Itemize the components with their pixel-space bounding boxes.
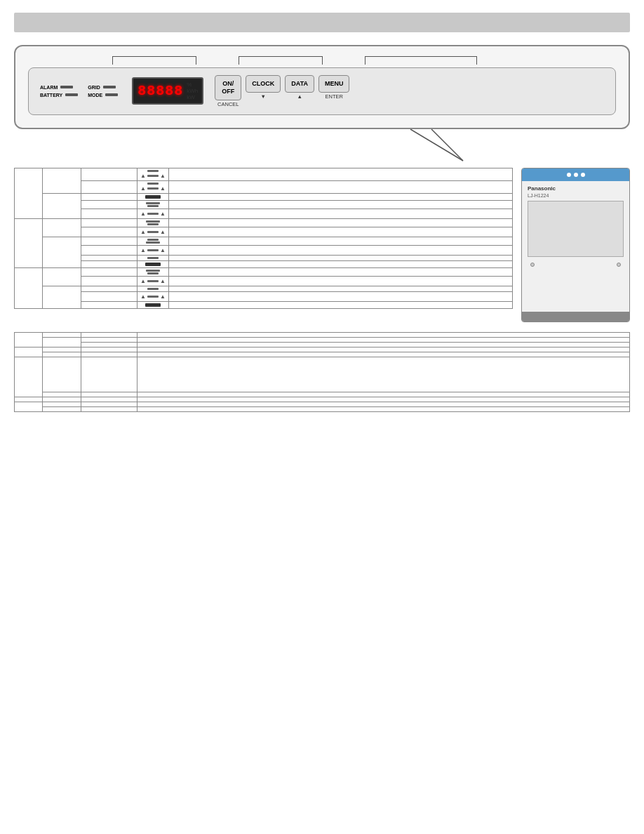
table-row [15, 255, 513, 260]
bottom-desc-8 [137, 397, 630, 402]
item-cell-16 [81, 301, 137, 308]
bottom-sub-7 [43, 397, 81, 402]
desc-cell-13 [168, 276, 512, 286]
bottom-desc-6 [137, 357, 630, 392]
alarm-label: ALARM [40, 85, 58, 90]
icon-cell-14 [137, 286, 169, 291]
desc-cell-9 [168, 245, 512, 255]
mode-led [105, 93, 118, 96]
cat-cell-1 [15, 168, 43, 218]
bottom-item-10 [81, 406, 137, 411]
sub-cell-1 [43, 168, 81, 193]
bottom-row-4 [15, 347, 630, 352]
device-spacer [522, 270, 629, 286]
icon-cell-2: ▲▲ [137, 180, 169, 193]
table-row: ▲▲ [15, 180, 513, 193]
bottom-row-1 [15, 332, 630, 337]
item-cell-6 [81, 218, 137, 227]
display-units: % kWh kW [187, 81, 198, 100]
desc-cell-12 [168, 267, 512, 276]
bottom-desc-3 [137, 342, 630, 347]
clock-button[interactable]: CLOCK [246, 75, 281, 93]
bottom-desc-4 [137, 347, 630, 352]
table-row [15, 237, 513, 245]
bottom-desc-10 [137, 406, 630, 411]
bottom-item-9 [81, 402, 137, 406]
cat-cell-2 [15, 218, 43, 267]
bottom-desc-2 [137, 337, 630, 342]
sub-cell-6 [43, 286, 81, 308]
item-cell-7 [81, 227, 137, 237]
bottom-cat-3 [15, 357, 43, 397]
data-button-group: DATA ▲ [285, 75, 314, 107]
sub-cell-5 [43, 267, 81, 286]
data-sub-label: ▲ [297, 93, 302, 100]
bottom-item-6 [81, 357, 137, 392]
sub-cell-3 [43, 218, 81, 237]
icon-cell-9: ▲▲ [137, 245, 169, 255]
grid-label: GRID [88, 85, 100, 90]
bottom-desc-1 [137, 332, 630, 337]
sub-cell-2 [43, 193, 81, 218]
bottom-desc-5 [137, 352, 630, 357]
icon-cell-13: ▲▲ [137, 276, 169, 286]
icon-cell-3 [137, 193, 169, 200]
icon-cell-11 [137, 260, 169, 267]
menu-button-group: MENU ENTER [318, 75, 350, 107]
item-cell-8 [81, 237, 137, 245]
desc-cell-10 [168, 255, 512, 260]
icon-cell-7: ▲▲ [137, 227, 169, 237]
control-panel: ALARM BATTERY GRID MODE 88888 % [14, 45, 630, 129]
desc-cell-5 [168, 208, 512, 218]
desc-cell-11 [168, 260, 512, 267]
screw-left [530, 263, 535, 267]
bottom-item-3 [81, 342, 137, 347]
icon-cell-8 [137, 237, 169, 245]
cancel-label: CANCEL [217, 101, 239, 107]
item-cell-1 [81, 168, 137, 180]
bottom-sub-4 [43, 352, 81, 357]
panel-buttons: ON/ OFF CANCEL CLOCK ▼ DATA ▲ MENU ENTER [215, 75, 349, 107]
device-dot-3 [581, 173, 585, 177]
bottom-sub-8 [43, 402, 81, 406]
grid-mode-group: GRID MODE [88, 85, 118, 98]
item-cell-13 [81, 276, 137, 286]
desc-cell-14 [168, 286, 512, 291]
menu-button[interactable]: MENU [318, 75, 350, 93]
clock-button-group: CLOCK ▼ [246, 75, 281, 107]
bottom-row-9 [15, 402, 630, 406]
desc-cell-8 [168, 237, 512, 245]
bottom-item-1 [81, 332, 137, 337]
item-cell-4 [81, 200, 137, 208]
bottom-row-6 [15, 357, 630, 392]
cat-cell-3 [15, 267, 43, 308]
top-table-section: ▲▲ ▲▲ [14, 168, 513, 322]
item-cell-3 [81, 193, 137, 200]
bottom-cat-2 [15, 347, 43, 357]
device-image: Panasonic LJ-H1224 [521, 168, 630, 322]
bottom-sub-1 [43, 332, 81, 337]
desc-cell-1 [168, 168, 512, 180]
bracket-group-3 [365, 56, 477, 65]
bottom-sub-6 [43, 392, 81, 397]
table-row: ▲▲ [15, 276, 513, 286]
bottom-row-3 [15, 342, 630, 347]
header-bar [14, 13, 630, 32]
alarm-battery-group: ALARM BATTERY [40, 85, 78, 98]
device-brand: Panasonic [528, 185, 624, 192]
desc-cell-7 [168, 227, 512, 237]
icon-cell-16 [137, 301, 169, 308]
table-row [15, 301, 513, 308]
enter-label: ENTER [326, 93, 343, 100]
bottom-item-4 [81, 347, 137, 352]
on-off-button[interactable]: ON/ OFF [215, 75, 241, 100]
table-row: ▲▲ [15, 245, 513, 255]
data-button[interactable]: DATA [285, 75, 314, 93]
grid-led [103, 86, 116, 88]
bottom-sub-9 [43, 406, 81, 411]
desc-cell-15 [168, 291, 512, 301]
bottom-sub-3 [43, 347, 81, 352]
table-row: ▲▲ [15, 227, 513, 237]
bottom-row-10 [15, 406, 630, 411]
alarm-led [60, 86, 73, 88]
